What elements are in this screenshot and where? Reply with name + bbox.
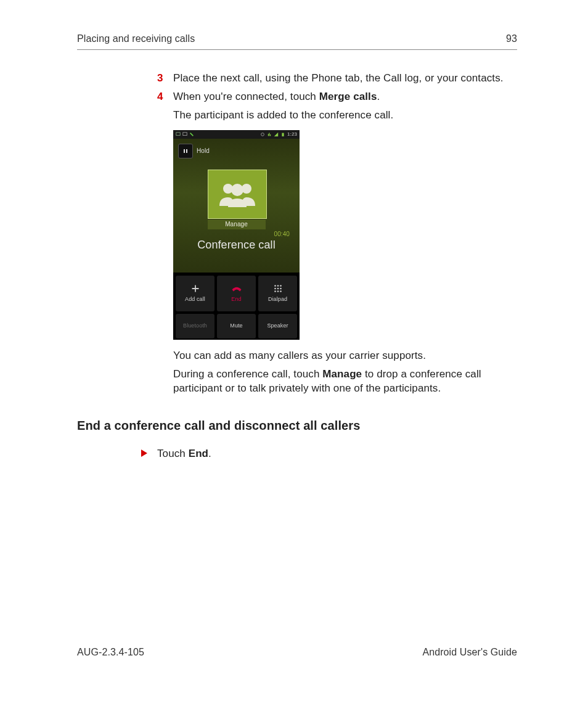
- step-text: Place the next call, using the Phone tab…: [173, 71, 504, 86]
- svg-point-11: [280, 285, 282, 287]
- document-page: Placing and receiving calls 93 3 Place t…: [0, 0, 588, 706]
- doc-title: Android User's Guide: [422, 646, 517, 659]
- caption-1: You can add as many callers as your carr…: [173, 348, 517, 363]
- page-number: 93: [506, 32, 517, 46]
- call-button-row: Add call End Dialpad: [173, 273, 300, 340]
- step-text: When you're connected, touch Merge calls…: [173, 89, 380, 104]
- gps-icon: [260, 132, 265, 137]
- bluetooth-button[interactable]: Bluetooth: [176, 314, 214, 339]
- svg-point-16: [277, 291, 279, 293]
- step-number: 4: [157, 89, 173, 104]
- plus-icon: [190, 283, 201, 294]
- end-call-button[interactable]: End: [217, 276, 256, 311]
- step-text-before: When you're connected, touch: [173, 91, 319, 102]
- button-label: Mute: [230, 322, 242, 330]
- notification-icon: [182, 132, 187, 137]
- notification-icon: [176, 132, 181, 137]
- svg-point-14: [280, 288, 282, 290]
- svg-rect-4: [184, 149, 185, 153]
- phone-icon: [189, 132, 194, 137]
- svg-point-9: [274, 285, 276, 287]
- call-title: Conference call: [173, 237, 300, 253]
- call-screen: Hold Ma: [173, 139, 300, 273]
- doc-id: AUG-2.3.4-105: [77, 646, 144, 659]
- contact-avatar-block[interactable]: Manage: [208, 170, 266, 229]
- svg-point-17: [280, 291, 282, 293]
- step-4: 4 When you're connected, touch Merge cal…: [157, 89, 517, 104]
- end-call-step: Touch End.: [141, 446, 517, 461]
- step-3: 3 Place the next call, using the Phone t…: [157, 71, 517, 86]
- button-label: Dialpad: [268, 295, 287, 303]
- embedded-screenshot: 1:23 Hold: [173, 130, 517, 340]
- svg-point-8: [231, 184, 243, 196]
- svg-point-12: [274, 288, 276, 290]
- svg-rect-5: [186, 149, 187, 153]
- page-header: Placing and receiving calls 93: [77, 32, 517, 50]
- body-content: 3 Place the next call, using the Phone t…: [157, 71, 517, 396]
- text-after: .: [208, 448, 211, 459]
- hangup-icon: [231, 283, 242, 294]
- svg-rect-3: [282, 133, 284, 136]
- pause-icon[interactable]: [178, 144, 193, 158]
- status-bar: 1:23: [173, 130, 300, 139]
- text-bold: End: [189, 448, 208, 459]
- manage-button[interactable]: Manage: [208, 219, 266, 229]
- status-left: [176, 132, 194, 137]
- button-label: Bluetooth: [183, 322, 207, 330]
- data-icon: [267, 132, 272, 137]
- phone-mockup: 1:23 Hold: [173, 130, 300, 340]
- triangle-bullet-icon: [141, 446, 157, 461]
- button-label: Speaker: [267, 322, 288, 330]
- signal-icon: [274, 132, 279, 137]
- step-text-before: Place the next call, using the Phone tab…: [173, 72, 504, 84]
- section-heading: End a conference call and disconnect all…: [77, 417, 517, 434]
- step-number: 3: [157, 71, 173, 86]
- button-label: Add call: [185, 295, 205, 303]
- mute-button[interactable]: Mute: [217, 314, 256, 339]
- hold-control[interactable]: Hold: [178, 144, 210, 158]
- text-before: Touch: [157, 448, 189, 459]
- step-subtext: The participant is added to the conferen…: [173, 108, 517, 123]
- step-text-bold: Merge calls: [319, 91, 377, 102]
- bullet-text: Touch End.: [157, 446, 211, 461]
- dialpad-icon: [272, 283, 284, 294]
- svg-rect-0: [176, 133, 180, 136]
- battery-icon: [280, 132, 285, 137]
- dialpad-button[interactable]: Dialpad: [258, 276, 297, 311]
- hold-label: Hold: [197, 147, 210, 155]
- section-title: Placing and receiving calls: [77, 32, 195, 46]
- add-call-button[interactable]: Add call: [176, 276, 214, 311]
- svg-rect-1: [183, 133, 187, 136]
- svg-point-13: [277, 288, 279, 290]
- step-text-after: .: [377, 91, 380, 102]
- button-label: End: [231, 295, 241, 303]
- svg-point-2: [261, 133, 264, 136]
- status-right: 1:23: [260, 131, 297, 138]
- page-footer: AUG-2.3.4-105 Android User's Guide: [77, 646, 517, 659]
- group-avatar-icon: [208, 170, 267, 219]
- text-bold: Manage: [322, 368, 362, 380]
- svg-point-10: [277, 285, 279, 287]
- caption-2: During a conference call, touch Manage t…: [173, 367, 517, 396]
- speaker-button[interactable]: Speaker: [258, 314, 297, 339]
- svg-point-15: [274, 291, 276, 293]
- status-time: 1:23: [287, 131, 297, 138]
- text-before: During a conference call, touch: [173, 368, 322, 380]
